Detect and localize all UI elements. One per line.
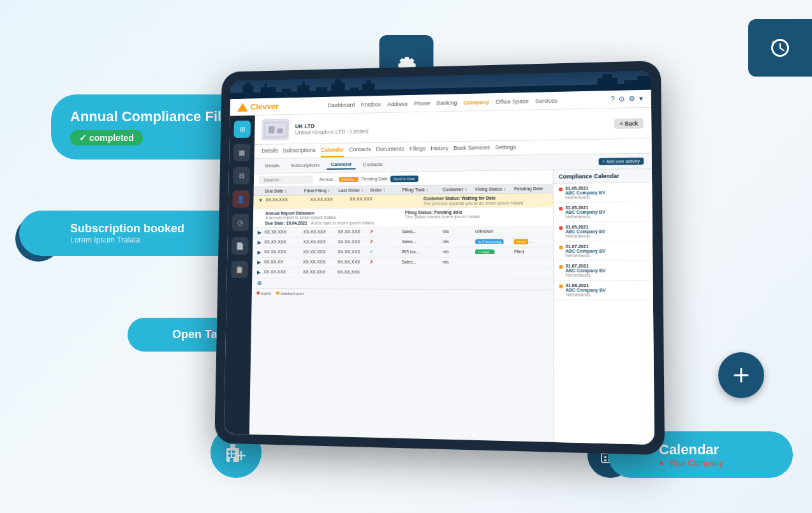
add-button[interactable] [718, 352, 764, 398]
settings-icon[interactable]: ⚙ [628, 94, 635, 103]
tab-contacts[interactable]: Contacts [349, 143, 371, 157]
nav-phone[interactable]: Phone [414, 100, 431, 107]
back-button[interactable]: < Back [614, 118, 644, 129]
subtab-contacts[interactable]: Contacts [359, 160, 386, 168]
filter-pending: Pending Date [361, 177, 387, 181]
svg-rect-54 [268, 126, 274, 133]
compliance-calendar-panel: Compliance Calendar 31.05.2021 ABC Compa… [553, 169, 654, 445]
svg-rect-26 [604, 456, 607, 458]
company-country: United Kingdom LTD - Limited [295, 128, 368, 135]
tablet-screen: Clevver Dashboard Postbox Address Phone … [224, 71, 654, 445]
subtab-details[interactable]: Details [262, 161, 284, 170]
sidebar-user-red[interactable]: 👤 [232, 190, 249, 207]
tab-book-services[interactable]: Book Services [454, 141, 490, 156]
svg-rect-37 [260, 87, 276, 98]
col-header-last-order[interactable]: Last Order ↕ [338, 188, 367, 193]
cell-date: XX.XX.XXX [265, 197, 308, 202]
tab-documents[interactable]: Documents [376, 142, 404, 156]
tab-history[interactable]: History [431, 142, 448, 156]
sidebar-home[interactable]: ⊞ [233, 121, 251, 138]
tab-subscriptions[interactable]: Subscriptions [283, 144, 316, 158]
cal-item-4: 31.07.2021 ABC Company BV Netherlands [554, 241, 653, 261]
table-row-expanded[interactable]: ▼ XX.XX.XXX XX.XX.XXX XX.XX.XXX Customer… [253, 193, 553, 209]
svg-rect-44 [335, 79, 341, 84]
calendar-subtitle: ● Your Company [659, 458, 779, 468]
svg-rect-12 [228, 450, 231, 453]
sidebar-file[interactable]: 📄 [232, 237, 249, 255]
nav-office-space[interactable]: Office Space [496, 98, 529, 105]
col-header-order[interactable]: Order ↕ [370, 188, 399, 192]
col-header-final-filing[interactable]: Final Filing ↕ [304, 188, 336, 193]
sidebar-document[interactable]: 📋 [231, 261, 248, 278]
col-header-due-date[interactable]: Due Date ↕ [265, 189, 301, 193]
svg-rect-36 [246, 83, 251, 87]
cal-item-5: 31.07.2021 ABC Company BV Netherlands [554, 261, 653, 281]
tab-details[interactable]: Details [262, 144, 278, 158]
history-icon-button[interactable] [748, 19, 812, 77]
svg-rect-16 [230, 458, 233, 462]
svg-rect-46 [362, 84, 375, 96]
table-row-1[interactable]: ▶ XX.XX.XXX XX.XX.XXX XX.XX.XXX ✗ Sales.… [253, 227, 553, 237]
completed-badge: ✓ completed [70, 130, 143, 145]
nav-company[interactable]: Company [463, 99, 489, 106]
col-header-filing-status[interactable]: Filing Status ↕ [475, 187, 511, 191]
subtab-calendar[interactable]: Calendar [327, 160, 356, 170]
col-header-filing-task[interactable]: Filing Task ↕ [402, 188, 440, 192]
svg-rect-48 [598, 78, 618, 91]
table-row-5[interactable]: ▶ XX.XX.XXX XX.XX.XXX XX.XX.XXX [252, 267, 553, 278]
nav-address[interactable]: Address [387, 100, 408, 107]
svg-rect-13 [232, 450, 235, 453]
svg-rect-53 [265, 122, 286, 137]
subtab-subscriptions[interactable]: Subscriptions [287, 161, 323, 169]
nav-banking[interactable]: Banking [436, 100, 457, 106]
svg-marker-52 [237, 103, 248, 112]
user-icon[interactable]: ⊙ [619, 95, 624, 103]
svg-rect-39 [282, 89, 292, 98]
search-input[interactable] [258, 175, 313, 184]
tab-filings[interactable]: Filings [410, 142, 426, 156]
cal-item-3: 31.05.2021 ABC Company BV Netherlands [554, 222, 653, 242]
sidebar-clock[interactable]: ◷ [232, 214, 249, 231]
app-content: ⊞ ▦ ⊟ 👤 ◷ 📄 📋 [224, 108, 654, 445]
table-row-3[interactable]: ▶ XX.XX.XXX XX.XX.XXX XX.XX.XXX ✓ IRS ta… [253, 248, 553, 258]
svg-rect-49 [603, 74, 612, 79]
main-content-area: UK LTD United Kingdom LTD - Limited < Ba… [249, 108, 654, 445]
dropdown-icon[interactable]: ▾ [639, 94, 643, 103]
table-row-2[interactable]: ▶ XX.XX.XXX XX.XX.XXX XX.XX.XXX ✗ Sales.… [253, 237, 553, 248]
help-icon[interactable]: ? [610, 95, 614, 103]
company-logo [262, 119, 289, 140]
sidebar-grid[interactable]: ⊟ [233, 167, 250, 184]
cal-item-6: 31.08.2021 ABC Company BV Netherlands [554, 281, 653, 301]
legend-standard: standard open [276, 292, 304, 295]
order-button[interactable]: Order [514, 239, 528, 244]
svg-rect-38 [264, 84, 267, 87]
cal-dot-5 [559, 265, 563, 269]
svg-rect-45 [350, 87, 358, 96]
table-row-annual[interactable]: Annual Report Delaware A annual report i… [253, 207, 553, 228]
complete-button[interactable]: Complete [529, 239, 548, 244]
tablet-device: Clevver Dashboard Postbox Address Phone … [214, 61, 665, 455]
sidebar-calendar[interactable]: ▦ [233, 144, 251, 161]
nav-dashboard[interactable]: Dashboard [328, 101, 355, 108]
table-area: Annual... Waiting... Pending Date Send i… [249, 169, 654, 445]
filter-annual[interactable]: Annual... [319, 177, 336, 182]
subscription-title: Subscription booked [70, 222, 241, 235]
col-header-pending: Pending Date [514, 186, 548, 191]
cell-last-order: XX.XX.XXX [350, 197, 384, 201]
svg-rect-40 [297, 85, 310, 98]
svg-rect-35 [242, 85, 253, 98]
send-date-button[interactable]: Send in Date [390, 175, 418, 182]
filter-waiting[interactable]: Waiting... [339, 177, 359, 182]
table-row-4[interactable]: ▶ XX.XX.XX XX.XX.XXX XX.XX.XXX ✗ Sales..… [253, 258, 554, 268]
cal-item-2: 31.05.2021 ABC Company BV Netherlands [554, 202, 653, 222]
svg-rect-43 [331, 83, 345, 97]
tab-settings[interactable]: Settings [495, 141, 516, 155]
cell-filing-status-info: Filing Status: Pending dots The Status m… [405, 209, 548, 219]
add-activity-button[interactable]: + Add own activity [598, 158, 644, 165]
tab-calendar[interactable]: Calendar [320, 144, 344, 158]
nav-postbox[interactable]: Postbox [361, 101, 381, 107]
col-header-customer[interactable]: Customer ↕ [443, 187, 473, 191]
nav-services[interactable]: Services [535, 97, 557, 104]
top-navigation: Dashboard Postbox Address Phone Banking … [328, 97, 557, 108]
cell-info-panel: Customer Status: Waiting for Date The pr… [424, 195, 548, 205]
